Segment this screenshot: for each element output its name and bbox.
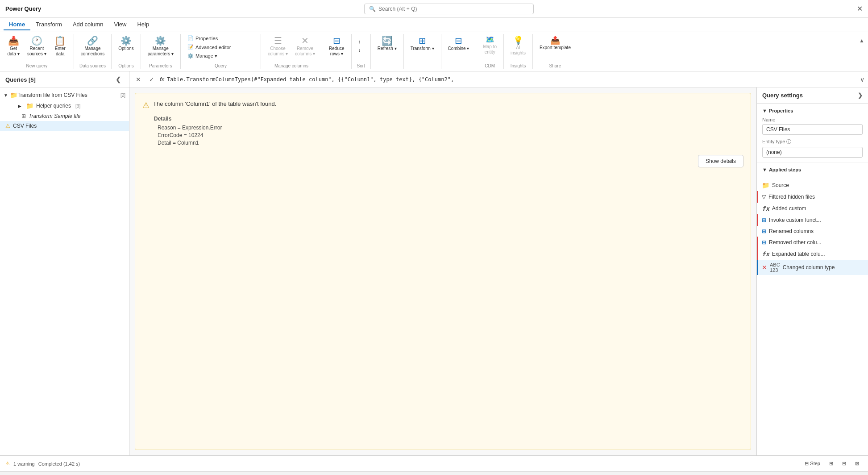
formula-cancel-button[interactable]: ✕ xyxy=(133,75,144,84)
query-group-label: Query xyxy=(213,62,228,69)
manage-parameters-button[interactable]: ⚙️ Manageparameters ▾ xyxy=(145,34,177,59)
step-added-custom-label: Added custom xyxy=(772,205,864,212)
step-invoke-custom[interactable]: ⊞ Invoke custom funct... ⚙ xyxy=(757,214,868,226)
get-data-button[interactable]: 📥 Getdata ▾ xyxy=(4,34,23,59)
recent-sources-button[interactable]: 🕐 Recentsources ▾ xyxy=(24,34,50,59)
menu-item-home[interactable]: Home xyxy=(4,19,30,30)
query-settings-expand-button[interactable]: ❯ xyxy=(858,92,863,99)
menu-item-help[interactable]: Help xyxy=(132,19,154,30)
query-item-helper-queries[interactable]: ▶ 📁 Helper queries [3] xyxy=(7,100,129,111)
step-changed-settings-icon[interactable]: ⚙ xyxy=(848,264,856,271)
transform-button[interactable]: ⊞ Transform ▾ xyxy=(407,34,437,54)
step-changed-label: Changed column type xyxy=(783,264,845,271)
options-group-label: Options xyxy=(116,62,135,69)
sort-group-label: Sort xyxy=(355,62,367,69)
formula-confirm-button[interactable]: ✓ xyxy=(146,75,157,84)
data-sources-group-label: Data sources xyxy=(78,62,108,69)
menu-item-view[interactable]: View xyxy=(109,19,132,30)
options-button[interactable]: ⚙️ Options xyxy=(115,34,137,54)
helper-queries-subgroup: ▶ 📁 Helper queries [3] ⊞ Transform Sampl… xyxy=(0,100,129,121)
properties-button[interactable]: 📄 Properties xyxy=(184,34,221,42)
step-removed-other[interactable]: ⊞ Removed other colu... ⚙ xyxy=(757,237,868,248)
close-button[interactable]: ✕ xyxy=(857,4,863,13)
refresh-button[interactable]: 🔄 Refresh ▾ xyxy=(374,34,400,54)
advanced-editor-label: Advanced editor xyxy=(195,45,231,50)
advanced-editor-button[interactable]: 📝 Advanced editor xyxy=(184,43,234,51)
step-changed-delete-icon[interactable]: 🗑 xyxy=(856,264,864,271)
error-code: ErrorCode = 10224 xyxy=(154,132,743,138)
manage-button[interactable]: ⚙️ Manage ▾ xyxy=(184,52,220,60)
transform-label: Transform ▾ xyxy=(411,46,434,51)
sort-asc-button[interactable]: ↑ xyxy=(355,38,364,46)
search-input[interactable] xyxy=(378,6,529,12)
name-input[interactable] xyxy=(762,124,863,135)
ribbon-collapse-button[interactable]: ▲ xyxy=(856,36,868,46)
combine-button[interactable]: ⊟ Combine ▾ xyxy=(445,34,473,54)
combine-label: Combine ▾ xyxy=(448,46,469,51)
manage-connections-icon: 🔗 xyxy=(87,36,98,45)
enter-data-button[interactable]: 📋 Enterdata xyxy=(50,34,70,59)
status-warning-count: 1 warning xyxy=(13,461,35,467)
query-item-transform-sample[interactable]: ⊞ Transform Sample file xyxy=(7,111,129,121)
error-panel: ⚠ The column 'Column1' of the table wasn… xyxy=(135,93,751,450)
step-invoke-settings-icon[interactable]: ⚙ xyxy=(857,217,864,224)
step-expanded-label: Expanded table colu... xyxy=(772,251,864,257)
step-source-icon: 📁 xyxy=(762,182,769,189)
step-filtered-delete-icon[interactable]: 🗑 xyxy=(856,193,864,200)
content-area: ⚠ The column 'Column1' of the table wasn… xyxy=(129,88,756,455)
step-source-delete-icon[interactable]: 🗑 xyxy=(856,182,864,189)
ribbon-group-refresh: 🔄 Refresh ▾ xyxy=(371,34,404,69)
step-source[interactable]: 📁 Source ⚙ 🗑 xyxy=(757,179,868,191)
menu-item-add-column[interactable]: Add column xyxy=(67,19,109,30)
show-details-button[interactable]: Show details xyxy=(698,155,743,167)
folder-icon: 📁 xyxy=(10,92,17,99)
action-bar: Cancel Save & close xyxy=(0,471,868,475)
ai-insights-button[interactable]: 💡 AIinsights xyxy=(507,34,529,58)
grid-view-button-3[interactable]: ⊠ xyxy=(851,459,863,468)
get-data-icon: 📥 xyxy=(8,36,19,45)
step-added-custom[interactable]: fx Added custom xyxy=(757,203,868,214)
query-item-csv-files[interactable]: ⚠ CSV Files xyxy=(0,121,129,131)
sort-desc-button[interactable]: ↓ xyxy=(355,46,364,54)
step-filtered-icon: ▽ xyxy=(762,194,766,200)
choose-columns-button[interactable]: ☰ Choosecolumns ▾ xyxy=(265,34,291,59)
menu-item-transform[interactable]: Transform xyxy=(30,19,67,30)
chevron-down-icon: ▼ xyxy=(4,93,8,98)
step-filtered-label: Filtered hidden files xyxy=(768,194,854,200)
ribbon-group-query: 📄 Properties 📝 Advanced editor ⚙️ Manage… xyxy=(181,34,261,69)
remove-columns-button[interactable]: ✕ Removecolumns ▾ xyxy=(292,34,318,59)
step-removed-label: Removed other colu... xyxy=(769,239,854,246)
recent-sources-label: Recentsources ▾ xyxy=(27,46,46,57)
map-to-entity-button[interactable]: 🗺️ Map toentity xyxy=(480,34,500,57)
formula-input[interactable] xyxy=(167,76,857,83)
chevron-down-steps-icon: ▼ xyxy=(762,167,767,172)
step-filtered-hidden[interactable]: ▽ Filtered hidden files 🗑 xyxy=(757,191,868,203)
ribbon-buttons-insights: 💡 AIinsights xyxy=(507,34,529,62)
step-renamed-columns[interactable]: ⊞ Renamed columns xyxy=(757,226,868,237)
grid-view-button-1[interactable]: ⊞ xyxy=(826,459,837,468)
manage-icon: ⚙️ xyxy=(187,53,194,59)
step-changed-column-type[interactable]: ✕ ABC123 Changed column type ⚙ 🗑 xyxy=(757,260,868,275)
formula-expand-button[interactable]: ∨ xyxy=(860,76,864,83)
grid-view-button-2[interactable]: ⊟ xyxy=(839,459,850,468)
properties-icon: 📄 xyxy=(187,35,194,41)
reduce-rows-button[interactable]: ⊟ Reducerows ▾ xyxy=(326,34,347,59)
query-group-header-transform-file[interactable]: ▼ 📁 Transform file from CSV Files [2] xyxy=(0,90,129,100)
step-expanded-table[interactable]: fx Expanded table colu... xyxy=(757,248,868,260)
properties-section: ▼ Properties Name Entity type ⓘ (none) xyxy=(757,104,868,162)
step-removed-settings-icon[interactable]: ⚙ xyxy=(857,239,864,246)
queries-collapse-button[interactable]: ❮ xyxy=(113,75,124,84)
enter-data-icon: 📋 xyxy=(54,36,66,45)
folder-icon-helper: 📁 xyxy=(26,102,33,109)
step-renamed-icon: ⊞ xyxy=(762,228,766,234)
manage-connections-button[interactable]: 🔗 Manageconnections xyxy=(78,34,108,59)
step-view-button[interactable]: ⊟ Step xyxy=(801,459,824,468)
ai-insights-icon: 💡 xyxy=(513,36,523,44)
combine-group-label xyxy=(457,67,461,69)
step-source-settings-icon[interactable]: ⚙ xyxy=(848,182,856,189)
export-template-button[interactable]: 📤 Export template xyxy=(536,34,574,53)
step-changed-error-icon: ✕ xyxy=(762,264,767,271)
transform-group-label xyxy=(420,67,424,69)
applied-steps-list: 📁 Source ⚙ 🗑 ▽ Filtered hidden files xyxy=(757,176,868,279)
ribbon-group-parameters: ⚙️ Manageparameters ▾ Parameters xyxy=(141,34,181,69)
